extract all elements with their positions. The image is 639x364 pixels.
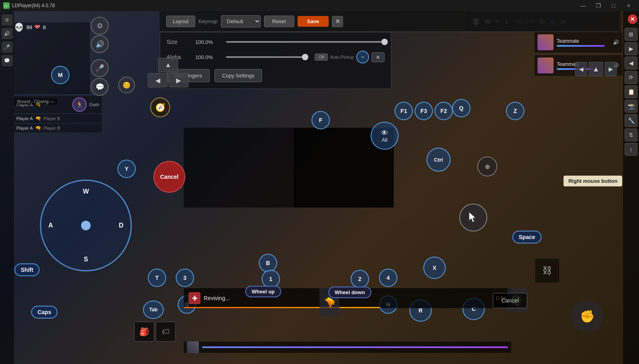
player-hp-bar <box>202 346 508 348</box>
cursor-icon[interactable] <box>459 204 487 231</box>
alpha-slider[interactable] <box>226 56 305 58</box>
f3-key-label: F3 <box>421 108 427 114</box>
x-key-label: X <box>433 265 436 271</box>
layout-button[interactable]: Layout <box>166 16 195 27</box>
f1-key[interactable]: F1 <box>395 102 413 120</box>
teammate-1-name: Teammate <box>557 38 610 44</box>
sidebar-btn-4[interactable]: ⟳ <box>625 71 637 84</box>
settings-gear-button[interactable]: ⚙ <box>91 17 109 35</box>
f2-key-label: F2 <box>441 108 447 114</box>
r-key-label: R <box>419 307 423 314</box>
chat-button[interactable]: 💬 <box>91 78 109 96</box>
nav-right-arrow[interactable]: ▶ <box>605 62 617 76</box>
mic-icon: 🎤 <box>95 64 104 73</box>
x-key[interactable]: X <box>423 257 446 279</box>
m-key[interactable]: M <box>51 66 69 84</box>
ctrl-key[interactable]: Ctrl <box>427 148 450 172</box>
autopickup-toggle[interactable]: Off <box>315 53 327 61</box>
keymap-bar: Layout Keymap Default Reset Save ✕ <box>160 11 619 32</box>
f2-key[interactable]: F2 <box>435 102 453 120</box>
settings-panel: Size 100.0% Alpha 100.0% Off Auto-Pickup… <box>160 32 391 89</box>
cancel-button[interactable]: Cancel <box>153 161 185 193</box>
minimize-button[interactable]: — <box>576 0 590 11</box>
alpha-slider-thumb[interactable] <box>302 54 308 60</box>
volume-button[interactable]: 🔊 <box>91 35 109 53</box>
joystick-container[interactable]: W A S D <box>40 180 132 271</box>
nav-up-arrow[interactable]: ▲ <box>589 62 603 76</box>
sidebar-close-btn[interactable]: ✕ <box>628 14 637 24</box>
y-key-label: Y <box>125 166 128 172</box>
dir-up-arrow[interactable]: ▲ <box>158 58 178 72</box>
sidebar-chat-btn[interactable]: 💬 <box>2 55 13 66</box>
inventory-slot-2[interactable]: 🏷 <box>156 322 176 342</box>
autopickup-close[interactable]: ✕ <box>371 52 385 62</box>
alt-key[interactable]: 👁 Alt <box>371 122 399 150</box>
b-key[interactable]: B <box>259 254 277 272</box>
tag-icon: 🏷 <box>162 327 170 336</box>
save-button[interactable]: Save <box>298 16 329 27</box>
num2-key[interactable]: 2 <box>351 270 369 288</box>
dir-left-arrow[interactable]: ◀ <box>148 73 168 87</box>
player-1-dash-icon: 🏃 <box>75 101 83 109</box>
sidebar-btn-7[interactable]: 🔧 <box>625 114 637 127</box>
stats-kill: 99 <box>26 24 32 30</box>
t-key[interactable]: T <box>148 269 166 287</box>
copy-settings-button[interactable]: Copy Settings <box>214 69 262 82</box>
close-button[interactable]: × <box>621 0 636 11</box>
item-pickup-area: ⛓ <box>535 259 559 283</box>
player-row-2: Player A 🔫 Player B <box>14 114 102 123</box>
sidebar-btn-9[interactable]: ↕ <box>625 143 637 156</box>
teammate-1-sound: 🔊 <box>613 40 619 45</box>
emoji-button[interactable]: 😊 <box>118 77 135 93</box>
teammate-1-avatar <box>538 34 554 50</box>
d-key-label: D <box>119 222 123 229</box>
cancel-revive-button[interactable]: Cancel <box>493 293 527 308</box>
f-key[interactable]: F <box>312 111 330 129</box>
keymap-dropdown[interactable]: Default <box>221 15 261 28</box>
sidebar-btn-2[interactable]: ▶ <box>625 42 637 55</box>
dir-right-arrow[interactable]: ▶ <box>169 73 189 87</box>
restore-button[interactable]: □ <box>606 0 621 11</box>
size-slider-thumb[interactable] <box>381 39 388 45</box>
joystick-center <box>81 221 91 230</box>
tilde-button[interactable]: ~ <box>356 51 369 63</box>
size-label: Size <box>167 39 191 45</box>
sidebar-sound-btn[interactable]: 🔊 <box>2 28 13 39</box>
reset-button[interactable]: Reset <box>264 16 294 27</box>
space-key[interactable]: Space <box>512 231 542 243</box>
teammate-1-row: Teammate 🔊 <box>534 32 622 53</box>
settings-gear-icon: ⚙ <box>97 22 103 30</box>
mic-button[interactable]: 🎤 <box>91 59 109 77</box>
inventory-slot-1[interactable]: 🎒 <box>134 322 154 342</box>
tab-key[interactable]: Tab <box>143 301 164 319</box>
keymap-close-button[interactable]: ✕ <box>332 16 343 27</box>
num1-key-label: 1 <box>269 276 272 282</box>
maximize-button[interactable]: ❐ <box>591 0 605 11</box>
z-key[interactable]: Z <box>506 102 524 120</box>
nav-left-arrow[interactable]: ◀ <box>575 62 587 76</box>
compass-circle[interactable]: 🧭 <box>150 97 170 117</box>
caps-key[interactable]: Caps <box>31 306 58 318</box>
sidebar-mic-btn[interactable]: 🎤 <box>2 42 13 53</box>
player-portrait-small <box>187 341 199 353</box>
sidebar-btn-5[interactable]: 📋 <box>625 85 637 98</box>
crosshair-circle[interactable]: ⊕ <box>477 156 497 176</box>
wheel-down-label: Wheel down <box>328 287 371 298</box>
t-key-label: T <box>155 275 159 281</box>
d-key: D <box>119 222 123 229</box>
y-key[interactable]: Y <box>117 160 136 178</box>
q-key[interactable]: Q <box>452 99 470 117</box>
shift-key[interactable]: Shift <box>14 263 40 276</box>
chat-icon: 💬 <box>95 83 104 91</box>
num4-key[interactable]: 4 <box>379 269 397 287</box>
num3-key[interactable]: 3 <box>176 269 194 287</box>
sidebar-gear-btn[interactable]: ⚙ <box>2 14 13 26</box>
sidebar-btn-6[interactable]: 📸 <box>625 100 637 113</box>
size-slider[interactable] <box>226 41 385 43</box>
f3-key[interactable]: F3 <box>415 102 433 120</box>
direction-panel: ▲ ◀ ▶ <box>148 58 189 87</box>
sidebar-btn-8[interactable]: ⇅ <box>625 129 637 141</box>
sidebar-btn-1[interactable]: ⊞ <box>625 28 637 41</box>
title-bar: L LDPlayer(64) 4.0.78 — ❐ □ × <box>0 0 639 11</box>
sidebar-btn-3[interactable]: ◀ <box>625 57 637 69</box>
